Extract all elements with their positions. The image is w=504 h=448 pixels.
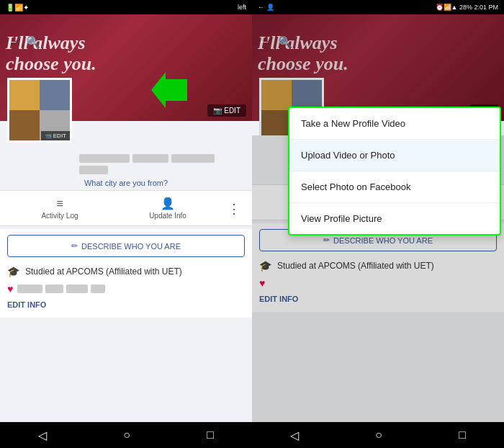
svg-marker-0 — [151, 72, 187, 108]
home-nav-right[interactable]: ○ — [361, 426, 397, 444]
profile-photo-frame-left: 📹 EDIT — [7, 78, 72, 143]
status-time-right-area: ⏰📶▲ 28% 2:01 PM — [436, 4, 498, 11]
pencil-icon-right: ✏ — [323, 236, 330, 245]
dropdown-item-2[interactable]: Select Photo on Facebook — [289, 171, 500, 203]
activity-log-label-left: Activity Log — [41, 212, 78, 220]
school-icon-right: 🎓 — [259, 260, 271, 272]
status-bar-right: ← 👤 ⏰📶▲ 28% 2:01 PM — [252, 0, 504, 14]
name-block-3 — [171, 154, 215, 163]
back-nav-right[interactable]: ◁ — [276, 426, 313, 445]
cover-nav-right: ← 🔍 — [258, 35, 292, 50]
hb-2 — [45, 285, 63, 293]
profile-photo-left[interactable]: 📹 EDIT — [7, 78, 72, 143]
cover-nav-left: ← 🔍 — [6, 35, 40, 50]
status-time-left: left — [238, 4, 246, 11]
update-info-btn-left[interactable]: 👤 Update Info — [114, 194, 222, 223]
hb-1 — [17, 285, 42, 293]
dropdown-item-3[interactable]: View Profile Picture — [289, 203, 500, 234]
cover-edit-label-left: EDIT — [224, 107, 240, 115]
heart-icon-left: ♥ — [7, 283, 13, 295]
city-text-left[interactable]: What city are you from? — [0, 176, 252, 190]
nav-bar-left: ◁ ○ □ — [0, 422, 252, 448]
search-icon-left[interactable]: 🔍 — [26, 35, 40, 49]
name-block-4 — [79, 166, 108, 174]
studied-row-right: 🎓 Studied at APCOMS (Affiliated with UET… — [259, 257, 497, 274]
name-block-2 — [132, 154, 168, 163]
photo-cell-r1 — [261, 80, 292, 110]
pencil-icon-left: ✏ — [71, 241, 78, 251]
status-icons-right-left: ← 👤 — [258, 4, 274, 11]
info-section-right: ✏ DESCRIBE WHO YOU ARE 🎓 Studied at APCO… — [252, 223, 504, 312]
user-name-area-left — [0, 148, 252, 176]
back-nav-left[interactable]: ◁ — [24, 426, 61, 445]
studied-text-right: Studied at APCOMS (Affiliated with UET) — [277, 261, 434, 271]
back-icon-right[interactable]: ← — [258, 35, 271, 50]
search-icon-right[interactable]: 🔍 — [278, 35, 292, 49]
heart-icon-right: ♥ — [259, 277, 265, 289]
activity-log-btn-left[interactable]: ≡ Activity Log — [6, 194, 114, 223]
profile-video-dropdown: Take a New Profile Video Upload Video or… — [288, 107, 501, 236]
android-icons-right: ← 👤 — [258, 4, 274, 11]
status-bar-left-icons: 🔋📶✦ — [6, 4, 29, 12]
right-panel: ← 👤 ⏰📶▲ 28% 2:01 PM ← 🔍 I'll alwayschoos… — [252, 0, 504, 448]
status-bar-left: 🔋📶✦ left — [0, 0, 252, 14]
describe-label-left: DESCRIBE WHO YOU ARE — [81, 242, 181, 251]
info-section-left: ✏ DESCRIBE WHO YOU ARE 🎓 Studied at APCO… — [0, 229, 252, 318]
back-icon-left[interactable]: ← — [6, 35, 19, 50]
studied-text-left: Studied at APCOMS (Affiliated with UET) — [25, 266, 182, 277]
photo-cell-2 — [40, 80, 70, 110]
person-icon-left: 👤 — [161, 197, 175, 210]
cover-edit-button-left[interactable]: 📷 EDIT — [207, 104, 246, 117]
main-content-left: What city are you from? ≡ Activity Log 👤… — [0, 135, 252, 422]
describe-label-right: DESCRIBE WHO YOU ARE — [333, 236, 433, 245]
action-bar-left: ≡ Activity Log 👤 Update Info ⋮ — [0, 190, 252, 226]
more-btn-left[interactable]: ⋮ — [222, 198, 246, 223]
profile-edit-label-left: EDIT — [53, 133, 66, 139]
edit-info-link-left[interactable]: EDIT INFO — [7, 297, 245, 312]
heart-row-right: ♥ — [259, 274, 497, 292]
heart-blocks-left — [17, 285, 105, 293]
left-panel: 🔋📶✦ left ← 🔍 I'll alwayschoose you. 📷 ED… — [0, 0, 252, 448]
list-icon-left: ≡ — [56, 197, 63, 210]
video-icon-left: 📹 — [45, 133, 52, 139]
photo-cell-3 — [9, 110, 40, 140]
name-block-1 — [79, 154, 130, 163]
heart-row-left: ♥ — [7, 280, 245, 297]
hb-4 — [91, 285, 105, 293]
camera-icon-left: 📷 — [213, 107, 222, 115]
school-icon-left: 🎓 — [7, 266, 19, 277]
studied-row-left: 🎓 Studied at APCOMS (Affiliated with UET… — [7, 263, 245, 280]
photo-cell-1 — [9, 80, 40, 110]
hb-3 — [66, 285, 88, 293]
home-nav-left[interactable]: ○ — [109, 426, 145, 444]
dropdown-item-1[interactable]: Upload Video or Photo — [289, 140, 500, 171]
profile-edit-button-left[interactable]: 📹 EDIT — [41, 131, 70, 140]
square-nav-left[interactable]: □ — [192, 426, 228, 444]
describe-btn-left[interactable]: ✏ DESCRIBE WHO YOU ARE — [7, 235, 245, 257]
cover-area-left: ← 🔍 I'll alwayschoose you. 📷 EDIT — [0, 14, 252, 135]
status-bar-right-icons: left — [238, 4, 246, 11]
android-icons: 🔋📶✦ — [6, 4, 29, 12]
dropdown-item-0[interactable]: Take a New Profile Video — [289, 108, 500, 140]
square-nav-right[interactable]: □ — [444, 426, 480, 444]
edit-info-link-right[interactable]: EDIT INFO — [259, 292, 497, 306]
photo-cell-r2 — [292, 80, 322, 110]
status-time-right: ⏰📶▲ 28% 2:01 PM — [436, 4, 498, 11]
update-info-label-left: Update Info — [149, 212, 186, 220]
nav-bar-right: ◁ ○ □ — [252, 422, 504, 448]
